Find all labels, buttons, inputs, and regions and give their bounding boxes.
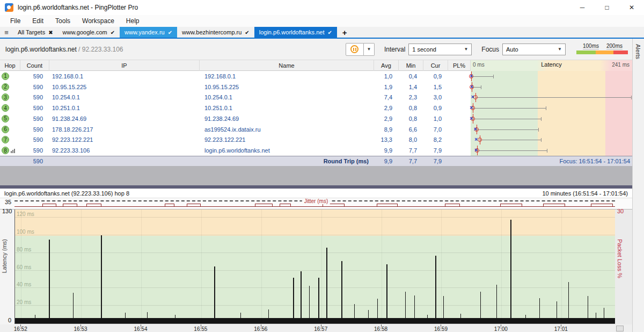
pause-button[interactable]	[346, 43, 364, 56]
latency-spike	[301, 271, 302, 323]
latency-spike	[510, 220, 511, 323]
column-header-name[interactable]: Name	[200, 60, 374, 71]
hop-number-badge: 6	[2, 126, 9, 133]
hamburger-menu-icon[interactable]: ≡	[0, 27, 13, 38]
main-content: login.p6.worldoftanks.net / 92.223.33.10…	[0, 39, 632, 332]
ip-cell: 92.223.33.106	[49, 145, 200, 156]
table-row-hop-2[interactable]: 259010.95.15.22510.95.15.2251,91,41,5×	[0, 82, 632, 92]
scrollbar-grip[interactable]	[616, 326, 624, 331]
avg-cell: 2,9	[374, 113, 399, 124]
menu-help[interactable]: Help	[120, 16, 145, 26]
latency-range-whisker	[480, 140, 541, 140]
menu-workspace[interactable]: Workspace	[76, 16, 120, 26]
column-header-cur[interactable]: Cur	[423, 60, 448, 71]
table-row-hop-7[interactable]: 759092.223.122.22192.223.122.22113,38,08…	[0, 135, 632, 146]
gridline-40ms	[15, 287, 615, 288]
pause-dropdown-button[interactable]: ▼	[364, 43, 375, 56]
table-row-hop-1[interactable]: 1590192.168.0.1192.168.0.11,00,40,9×	[0, 71, 632, 82]
y-axis-title: Latency (ms)	[1, 239, 8, 273]
jitter-graph[interactable]: 35 Jitter (ms)	[0, 198, 632, 210]
latency-plot-area[interactable]: 20 ms40 ms60 ms80 ms100 ms120 ms	[14, 210, 615, 324]
round-trip-summary-row[interactable]: 590Round Trip (ms)9,97,77,9Focus: 16:51:…	[0, 156, 632, 166]
table-row-hop-5[interactable]: 559091.238.24.6991.238.24.692,90,81,0×	[0, 113, 632, 124]
name-cell: 10.254.0.1	[200, 92, 374, 103]
latency-spike	[125, 313, 126, 323]
latency-spike	[214, 266, 215, 324]
column-header-min[interactable]: Min	[399, 60, 423, 71]
check-icon[interactable]: ✔	[111, 30, 115, 35]
menu-bar: FileEditToolsWorkspaceHelp	[0, 15, 644, 27]
pl-cell	[448, 103, 471, 113]
target-ip: 92.223.33.106	[82, 46, 123, 53]
tab-login-p6-worldoftanks-net[interactable]: login.p6.worldoftanks.net✔	[254, 27, 337, 38]
check-icon[interactable]: ✔	[327, 30, 332, 35]
panel-splitter[interactable]	[0, 166, 632, 185]
jitter-bump	[63, 204, 78, 207]
tab-www-google-com[interactable]: www.google.com✔	[58, 27, 120, 38]
tab-www-bezhintercomp-ru[interactable]: www.bezhintercomp.ru✔	[177, 27, 254, 38]
close-button[interactable]: ✕	[619, 0, 644, 15]
title-bar: login.p6.worldoftanks.net - PingPlotter …	[0, 0, 644, 15]
interval-value: 1 second	[412, 46, 436, 53]
maximize-button[interactable]: □	[595, 0, 619, 15]
gridline-label-100ms: 100 ms	[17, 229, 34, 235]
table-row-hop-3[interactable]: 359010.254.0.110.254.0.17,42,33,0×	[0, 92, 632, 103]
check-icon[interactable]: ✔	[245, 30, 249, 35]
hop-number-badge: 2	[2, 83, 9, 91]
pause-icon	[350, 45, 358, 53]
avg-cell: 1,0	[374, 71, 399, 82]
column-header-pl-[interactable]: PL%	[448, 60, 471, 71]
column-header-ip[interactable]: IP	[49, 60, 200, 71]
tab-www-yandex-ru[interactable]: www.yandex.ru✔	[120, 27, 177, 38]
latency-mini-graph: ×	[471, 135, 632, 146]
alerts-tab-label[interactable]: Alerts	[635, 44, 641, 59]
column-header-latency[interactable]: 0 msLatency241 ms	[471, 60, 632, 71]
latency-mini-graph: ×	[471, 145, 632, 156]
tab-label: www.yandex.ru	[125, 29, 165, 35]
current-marker-icon: ×	[470, 116, 473, 121]
table-row-hop-4[interactable]: 459010.251.0.110.251.0.12,90,80,9×	[0, 103, 632, 113]
menu-tools[interactable]: Tools	[49, 16, 76, 26]
whisker-max-cap	[481, 85, 481, 89]
minimize-button[interactable]: ─	[570, 0, 595, 15]
cur-cell: 1,0	[423, 113, 448, 124]
trace-controls: ▼ Interval 1 second ▼ Focus Auto ▼ 100ms…	[346, 43, 628, 56]
legend-gradient-bar	[576, 50, 628, 54]
table-row-hop-6[interactable]: 6590178.18.226.217as199524.ix.dataix.ru8…	[0, 124, 632, 135]
focus-select[interactable]: Auto ▼	[502, 44, 566, 55]
packet-loss-max-label: 30	[617, 208, 624, 214]
whisker-max-cap	[541, 117, 541, 121]
min-cell: 0,4	[399, 71, 423, 82]
count-cell: 590	[20, 124, 49, 135]
vertical-gridline	[441, 210, 442, 323]
pl-cell	[448, 135, 471, 146]
latency-spike	[368, 310, 369, 323]
latency-timeline-graph: 130 0 Latency (ms) 30 Packet Loss % 20 m…	[0, 210, 632, 332]
column-header-avg[interactable]: Avg	[374, 60, 399, 71]
summary-min-cell: 7,7	[399, 156, 423, 166]
table-row-hop-8[interactable]: 859092.223.33.106login.p6.worldoftanks.n…	[0, 145, 632, 156]
latency-spike	[525, 315, 526, 323]
chevron-down-icon: ▼	[558, 47, 562, 52]
hop-number-badge: 3	[2, 93, 9, 101]
close-icon[interactable]: ✖	[48, 30, 53, 35]
latency-spike	[293, 278, 294, 323]
menu-edit[interactable]: Edit	[26, 16, 49, 26]
current-marker-icon: ×	[470, 73, 473, 78]
new-tab-button[interactable]: +	[337, 27, 353, 38]
check-icon[interactable]: ✔	[168, 30, 172, 35]
min-cell: 7,7	[399, 145, 423, 156]
hop-cell: 3	[0, 92, 20, 103]
focus-value: Auto	[506, 46, 518, 53]
column-header-hop[interactable]: Hop	[0, 60, 20, 71]
pl-cell	[448, 145, 471, 156]
column-header-count[interactable]: Count	[20, 60, 49, 71]
hop-cell: 1	[0, 71, 20, 82]
alerts-side-panel[interactable]: Alerts	[632, 39, 644, 332]
gridline-100ms	[15, 235, 615, 235]
tab-all-targets[interactable]: All Targets✖	[13, 27, 58, 38]
pl-cell	[448, 124, 471, 135]
latency-scale-max: 241 ms	[612, 62, 630, 68]
interval-select[interactable]: 1 second ▼	[408, 44, 472, 55]
menu-file[interactable]: File	[4, 16, 26, 26]
